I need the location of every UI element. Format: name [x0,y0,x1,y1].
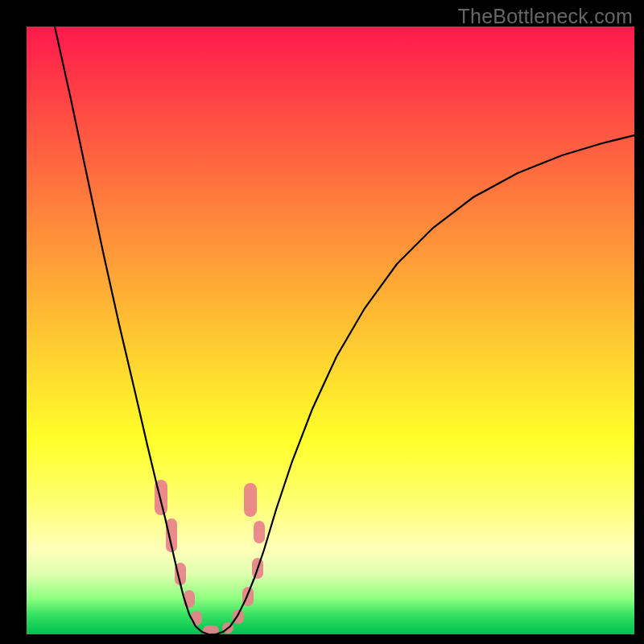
data-marker [254,521,265,543]
watermark-text: TheBottleneck.com [458,5,633,28]
data-marker [244,483,257,517]
bottleneck-curve [55,27,634,634]
marker-layer [155,480,265,634]
plot-area [27,27,634,634]
curve-svg [27,27,634,634]
chart-frame: TheBottleneck.com [0,0,644,644]
data-marker [191,611,202,625]
